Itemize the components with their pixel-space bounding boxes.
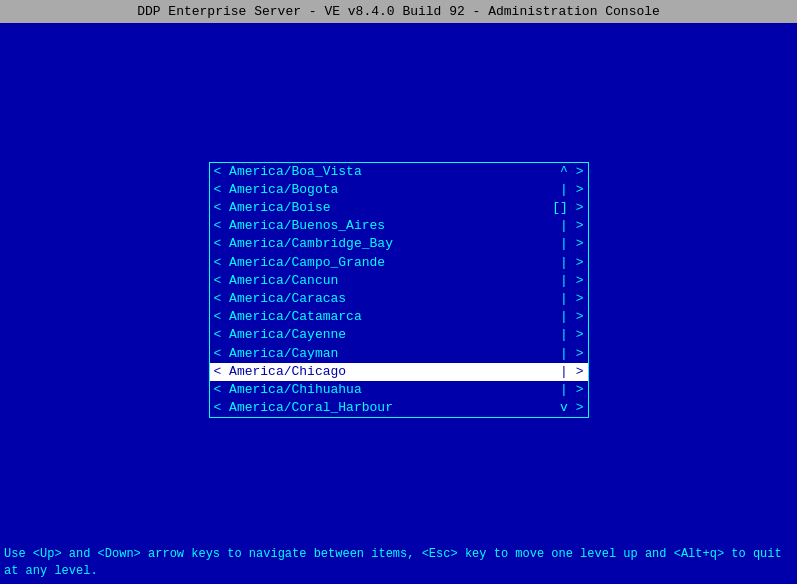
list-item-text: < America/Coral_Harbour bbox=[214, 399, 561, 417]
list-item-text: < America/Chihuahua bbox=[214, 381, 561, 399]
list-item-text: < America/Buenos_Aires bbox=[214, 217, 561, 235]
list-item-indicator: | > bbox=[560, 363, 583, 381]
list-item[interactable]: < America/Cayman| > bbox=[210, 345, 588, 363]
list-item-indicator: | > bbox=[560, 272, 583, 290]
list-item-indicator: | > bbox=[560, 308, 583, 326]
list-item-text: < America/Chicago bbox=[214, 363, 561, 381]
list-item[interactable]: < America/Campo_Grande| > bbox=[210, 254, 588, 272]
list-item-text: < America/Boa_Vista bbox=[214, 163, 561, 181]
list-item-text: < America/Catamarca bbox=[214, 308, 561, 326]
list-item-indicator: ^ > bbox=[560, 163, 583, 181]
list-item-indicator: | > bbox=[560, 290, 583, 308]
list-item-indicator: [] > bbox=[552, 199, 583, 217]
list-item-text: < America/Campo_Grande bbox=[214, 254, 561, 272]
list-item[interactable]: < America/Bogota| > bbox=[210, 181, 588, 199]
list-item-indicator: | > bbox=[560, 181, 583, 199]
list-item[interactable]: < America/Chihuahua| > bbox=[210, 381, 588, 399]
list-item[interactable]: < America/Boa_Vista^ > bbox=[210, 163, 588, 181]
list-item-text: < America/Cancun bbox=[214, 272, 561, 290]
title-text: DDP Enterprise Server - VE v8.4.0 Build … bbox=[137, 4, 660, 19]
list-item[interactable]: < America/Boise[] > bbox=[210, 199, 588, 217]
list-item-text: < America/Caracas bbox=[214, 290, 561, 308]
list-item-indicator: | > bbox=[560, 381, 583, 399]
list-item-indicator: | > bbox=[560, 217, 583, 235]
list-box[interactable]: < America/Boa_Vista^ >< America/Bogota| … bbox=[209, 162, 589, 419]
list-item-text: < America/Cayman bbox=[214, 345, 561, 363]
list-item-text: < America/Cambridge_Bay bbox=[214, 235, 561, 253]
list-item[interactable]: < America/Chicago| > bbox=[210, 363, 588, 381]
list-item-indicator: | > bbox=[560, 326, 583, 344]
list-item-indicator: | > bbox=[560, 345, 583, 363]
list-item[interactable]: < America/Buenos_Aires| > bbox=[210, 217, 588, 235]
list-item-text: < America/Bogota bbox=[214, 181, 561, 199]
title-bar: DDP Enterprise Server - VE v8.4.0 Build … bbox=[0, 0, 797, 23]
list-item[interactable]: < America/Cayenne| > bbox=[210, 326, 588, 344]
list-item-text: < America/Cayenne bbox=[214, 326, 561, 344]
list-item[interactable]: < America/Cambridge_Bay| > bbox=[210, 235, 588, 253]
list-item-indicator: | > bbox=[560, 235, 583, 253]
list-item[interactable]: < America/Catamarca| > bbox=[210, 308, 588, 326]
list-item[interactable]: < America/Caracas| > bbox=[210, 290, 588, 308]
main-content: < America/Boa_Vista^ >< America/Bogota| … bbox=[0, 33, 797, 547]
list-item-indicator: | > bbox=[560, 254, 583, 272]
list-item[interactable]: < America/Coral_Harbourv > bbox=[210, 399, 588, 417]
list-item-text: < America/Boise bbox=[214, 199, 553, 217]
status-text: Use <Up> and <Down> arrow keys to naviga… bbox=[4, 547, 782, 578]
list-item-indicator: v > bbox=[560, 399, 583, 417]
status-bar: Use <Up> and <Down> arrow keys to naviga… bbox=[0, 542, 797, 584]
list-item[interactable]: < America/Cancun| > bbox=[210, 272, 588, 290]
